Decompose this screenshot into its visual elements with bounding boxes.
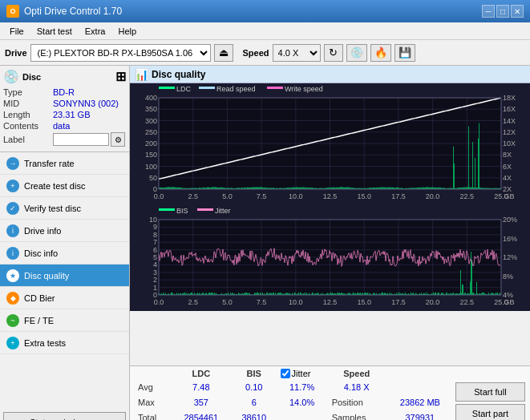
menu-start-test[interactable]: Start test — [30, 25, 79, 38]
cd-bier-icon: ◆ — [6, 292, 19, 305]
bis-col-header: BIS — [231, 368, 277, 379]
bis-max-value: 6 — [231, 394, 277, 410]
disc-contents-row: Contents data — [3, 121, 126, 131]
position-label: Position — [327, 394, 386, 410]
content-area: 📊 Disc quality LDC BIS — [130, 66, 530, 420]
nav-verify-test-disc[interactable]: ✓ Verify test disc — [0, 197, 129, 220]
jitter-avg-value: 11.7% — [277, 379, 327, 394]
bis-total-value: 38610 — [231, 410, 277, 420]
disc-label-button[interactable]: ⚙ — [111, 132, 125, 147]
nav-transfer-rate[interactable]: → Transfer rate — [0, 152, 129, 175]
speed-avg-value: 4.18 X — [327, 379, 386, 394]
sidebar: 💿 Disc ⊞ Type BD-R MID SONYNN3 (002) Len… — [0, 66, 130, 420]
ldc-max-value: 357 — [172, 394, 231, 410]
disc-header: 💿 Disc ⊞ — [3, 69, 126, 84]
jitter-checkbox[interactable] — [281, 369, 290, 378]
window-controls: ─ □ ✕ — [482, 5, 524, 18]
transfer-rate-icon: → — [6, 157, 19, 170]
ldc-chart — [130, 83, 530, 205]
disc-section: 💿 Disc ⊞ Type BD-R MID SONYNN3 (002) Len… — [0, 66, 129, 152]
total-row-label: Total — [133, 410, 172, 420]
disc-icon: 💿 — [3, 69, 19, 84]
disc-expand-icon[interactable]: ⊞ — [115, 69, 126, 84]
disc-mid-label: MID — [3, 99, 53, 108]
disc-label-row: Label ⚙ — [3, 132, 126, 147]
disc-info-icon: i — [6, 247, 19, 260]
nav-extra-tests[interactable]: + Extra tests — [0, 332, 129, 354]
minimize-button[interactable]: ─ — [482, 5, 495, 18]
nav-items: → Transfer rate + Create test disc ✓ Ver… — [0, 152, 129, 409]
speed-label: Speed — [243, 48, 269, 58]
nav-create-test-disc-label: Create test disc — [24, 181, 85, 191]
disc-label-input[interactable] — [53, 133, 109, 146]
speed-col-header: Speed — [327, 368, 386, 379]
save-icon-button[interactable]: 💾 — [394, 44, 415, 62]
drive-select[interactable]: (E:) PLEXTOR BD-R PX-LB950SA 1.06 — [30, 44, 211, 62]
disc-length-label: Length — [3, 110, 53, 119]
jitter-col-header: Jitter — [292, 369, 311, 378]
close-button[interactable]: ✕ — [511, 5, 524, 18]
nav-drive-info[interactable]: i Drive info — [0, 220, 129, 242]
menu-bar: File Start test Extra Help — [0, 22, 530, 40]
disc-length-row: Length 23.31 GB — [3, 110, 126, 119]
nav-extra-tests-label: Extra tests — [24, 338, 66, 348]
app-icon: O — [6, 5, 19, 18]
nav-fe-te-label: FE / TE — [24, 316, 54, 325]
disc-contents-value: data — [53, 121, 126, 131]
disc-type-row: Type BD-R — [3, 87, 126, 97]
nav-create-test-disc[interactable]: + Create test disc — [0, 175, 129, 197]
bis-avg-value: 0.10 — [231, 379, 277, 394]
ldc-avg-value: 7.48 — [172, 379, 231, 394]
disc-type-label: Type — [3, 87, 53, 97]
drive-bar: Drive (E:) PLEXTOR BD-R PX-LB950SA 1.06 … — [0, 40, 530, 66]
nav-cd-bier[interactable]: ◆ CD Bier — [0, 287, 129, 309]
disc-quality-icon: ★ — [6, 269, 19, 282]
disc-contents-label: Contents — [3, 121, 53, 131]
title-bar: O Opti Drive Control 1.70 ─ □ ✕ — [0, 0, 530, 22]
nav-fe-te[interactable]: ~ FE / TE — [0, 309, 129, 332]
stats-table: LDC BIS Jitter Speed Avg — [130, 365, 530, 420]
nav-disc-info-label: Disc info — [24, 248, 58, 258]
disc-type-value: BD-R — [53, 87, 126, 97]
burn-icon-button[interactable]: 🔥 — [370, 44, 391, 62]
position-value: 23862 MB — [386, 394, 454, 410]
speed-select-drive[interactable]: 4.0 X — [273, 44, 321, 62]
disc-title: Disc — [22, 72, 41, 82]
bis-jitter-chart — [130, 205, 530, 311]
status-window-button[interactable]: Status window >> — [3, 412, 126, 420]
nav-disc-info[interactable]: i Disc info — [0, 242, 129, 265]
ldc-total-value: 2854461 — [172, 410, 231, 420]
drive-label: Drive — [5, 48, 27, 58]
extra-tests-icon: + — [6, 337, 19, 349]
chart-icon: 📊 — [135, 68, 148, 81]
refresh-speed-button[interactable]: ↻ — [324, 44, 343, 62]
eject-button[interactable]: ⏏ — [214, 44, 233, 62]
disc-mid-value: SONYNN3 (002) — [53, 99, 126, 108]
create-test-disc-icon: + — [6, 180, 19, 192]
drive-info-icon: i — [6, 224, 19, 237]
disc-length-value: 23.31 GB — [53, 110, 126, 119]
start-part-button[interactable]: Start part — [455, 404, 525, 420]
nav-disc-quality[interactable]: ★ Disc quality — [0, 265, 129, 287]
start-full-button[interactable]: Start full — [455, 382, 525, 402]
verify-test-disc-icon: ✓ — [6, 202, 19, 215]
nav-disc-quality-label: Disc quality — [24, 271, 69, 281]
samples-label: Samples — [327, 410, 386, 420]
menu-file[interactable]: File — [3, 25, 30, 38]
samples-value: 379931 — [386, 410, 454, 420]
main-area: 💿 Disc ⊞ Type BD-R MID SONYNN3 (002) Len… — [0, 66, 530, 420]
app-title: Opti Drive Control 1.70 — [24, 6, 122, 17]
menu-help[interactable]: Help — [111, 25, 143, 38]
disc-icon-button[interactable]: 💿 — [346, 44, 367, 62]
max-row-label: Max — [133, 394, 172, 410]
nav-drive-info-label: Drive info — [24, 226, 61, 236]
jitter-max-value: 14.0% — [277, 394, 327, 410]
menu-extra[interactable]: Extra — [79, 25, 112, 38]
maximize-button[interactable]: □ — [496, 5, 509, 18]
nav-verify-test-disc-label: Verify test disc — [24, 204, 81, 213]
ldc-col-header: LDC — [172, 368, 231, 379]
fe-te-icon: ~ — [6, 314, 19, 327]
jitter-checkbox-area: Jitter — [281, 369, 324, 378]
nav-cd-bier-label: CD Bier — [24, 293, 55, 303]
chart-title: Disc quality — [152, 69, 205, 80]
